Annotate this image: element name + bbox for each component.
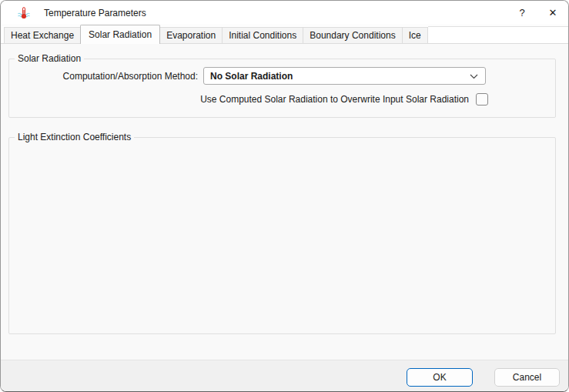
close-button[interactable]: ✕ <box>537 1 568 25</box>
tab-bar: Heat Exchange Solar Radiation Evaporatio… <box>1 25 568 44</box>
titlebar: Temperature Parameters ? ✕ <box>1 1 568 25</box>
cancel-button[interactable]: Cancel <box>494 368 560 387</box>
light-extinction-coefficients-group: Light Extinction Coefficients <box>8 137 556 334</box>
tab-evaporation[interactable]: Evaporation <box>159 27 223 43</box>
chevron-down-icon <box>470 74 478 79</box>
tab-strip-filler <box>428 26 568 43</box>
overwrite-solar-radiation-label: Use Computed Solar Radiation to Overwrit… <box>125 94 469 106</box>
computation-method-combobox[interactable]: No Solar Radiation <box>203 67 486 85</box>
solar-radiation-group: Solar Radiation Computation/Absorption M… <box>8 59 556 118</box>
computation-method-label: Computation/Absorption Method: <box>9 70 198 82</box>
computation-method-value: No Solar Radiation <box>210 71 293 82</box>
footer-button-strip: OK Cancel <box>1 360 568 391</box>
tab-initial-conditions[interactable]: Initial Conditions <box>222 27 303 43</box>
help-button[interactable]: ? <box>507 1 537 25</box>
ok-button[interactable]: OK <box>407 368 473 387</box>
overwrite-solar-radiation-checkbox[interactable] <box>476 93 488 106</box>
window-title: Temperature Parameters <box>44 8 146 18</box>
solar-radiation-group-title: Solar Radiation <box>15 53 84 65</box>
tab-heat-exchange[interactable]: Heat Exchange <box>4 27 81 43</box>
temperature-parameters-dialog: Temperature Parameters ? ✕ Heat Exchange… <box>0 0 569 392</box>
tab-boundary-conditions[interactable]: Boundary Conditions <box>303 27 402 43</box>
light-extinction-group-title: Light Extinction Coefficients <box>15 132 134 143</box>
tab-ice[interactable]: Ice <box>402 27 428 43</box>
thermometer-icon <box>18 7 30 19</box>
titlebar-controls: ? ✕ <box>507 1 568 25</box>
tab-solar-radiation[interactable]: Solar Radiation <box>80 25 160 44</box>
